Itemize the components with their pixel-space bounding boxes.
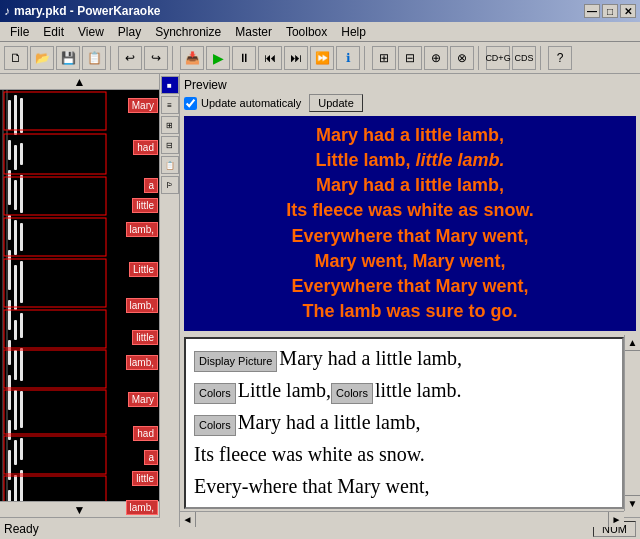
title-bar-controls: — □ ✕ (584, 4, 636, 18)
colors-tag-1[interactable]: Colors (194, 383, 236, 404)
info-button[interactable]: ℹ (336, 46, 360, 70)
btn-d[interactable]: ⊗ (450, 46, 474, 70)
minimize-button[interactable]: — (584, 4, 600, 18)
main-content: ▲ (0, 74, 640, 517)
side-btn-2[interactable]: ≡ (161, 96, 179, 114)
colors-tag-3[interactable]: Colors (194, 415, 236, 436)
text-line-5-content: Every-where that Mary went, (194, 471, 429, 501)
preview-line-5: Everywhere that Mary went, (291, 226, 528, 246)
lyrics-text-editor[interactable]: Display PictureMary had a little lamb, C… (184, 337, 624, 509)
text-line-5: Every-where that Mary went, (194, 471, 614, 501)
text-line-2: ColorsLittle lamb, Colorslittle lamb. (194, 375, 614, 405)
svg-rect-20 (14, 350, 17, 380)
preview-text: Mary had a little lamb, Little lamb, lit… (286, 123, 533, 325)
scroll-down[interactable]: ▼ (625, 495, 640, 511)
text-line-3-content: Mary had a little lamb, (238, 407, 421, 437)
svg-rect-45 (4, 390, 106, 434)
svg-rect-46 (4, 436, 106, 474)
svg-rect-26 (20, 98, 23, 133)
left-panel: ▲ (0, 74, 160, 517)
word-mary: Mary (128, 98, 158, 113)
svg-rect-9 (8, 375, 11, 410)
scroll-up-arrow[interactable]: ▲ (0, 74, 159, 90)
btn-c[interactable]: ⊕ (424, 46, 448, 70)
preview-label: Preview (184, 78, 227, 92)
prev-button[interactable]: ⏭ (284, 46, 308, 70)
svg-rect-31 (20, 313, 23, 338)
auto-update-checkbox[interactable] (184, 97, 197, 110)
right-panel: ■ ≡ ⊞ ⊟ 📋 🏳 Preview Update aut (160, 74, 640, 517)
update-button[interactable]: Update (309, 94, 362, 112)
play-button[interactable]: ▶ (206, 46, 230, 70)
sep4 (478, 46, 482, 70)
next-button[interactable]: ⏩ (310, 46, 334, 70)
side-btn-3[interactable]: ⊞ (161, 116, 179, 134)
text-line-2b-content: little lamb. (375, 375, 462, 405)
svg-rect-10 (8, 420, 11, 440)
menu-file[interactable]: File (4, 23, 35, 41)
svg-rect-28 (20, 175, 23, 213)
preview-line-6: Mary went, Mary went, (314, 251, 505, 271)
v-scrollbar[interactable]: ▲ ▼ (624, 335, 640, 511)
text-line-4-content: Its fleece was white as snow. (194, 439, 425, 469)
svg-rect-41 (4, 218, 106, 256)
stop-button[interactable]: ⏮ (258, 46, 282, 70)
close-button[interactable]: ✕ (620, 4, 636, 18)
svg-rect-15 (14, 145, 17, 170)
word-little1: little (132, 198, 158, 213)
side-btn-6[interactable]: 🏳 (161, 176, 179, 194)
cd-btn2[interactable]: CDS (512, 46, 536, 70)
svg-rect-47 (4, 476, 106, 501)
menu-view[interactable]: View (72, 23, 110, 41)
svg-rect-32 (20, 348, 23, 381)
undo-button[interactable]: ↩ (118, 46, 142, 70)
svg-rect-42 (4, 259, 106, 307)
svg-rect-33 (20, 391, 23, 428)
sep2 (172, 46, 176, 70)
h-scrollbar[interactable]: ◄ ► (180, 511, 624, 527)
help-btn[interactable]: ? (548, 46, 572, 70)
menu-edit[interactable]: Edit (37, 23, 70, 41)
pause-button[interactable]: ⏸ (232, 46, 256, 70)
preview-line-1: Mary had a little lamb, (316, 125, 504, 145)
waveform-display: Mary had a little lamb, Little lamb, lit… (0, 90, 160, 501)
svg-rect-43 (4, 310, 106, 348)
colors-tag-2[interactable]: Colors (331, 383, 373, 404)
svg-rect-4 (8, 170, 11, 205)
cd-btn1[interactable]: CD+G (486, 46, 510, 70)
menu-master[interactable]: Master (229, 23, 278, 41)
preview-display: Mary had a little lamb, Little lamb, lit… (184, 116, 636, 331)
side-btn-4[interactable]: ⊟ (161, 136, 179, 154)
scroll-track (625, 351, 640, 495)
maximize-button[interactable]: □ (602, 4, 618, 18)
sep3 (364, 46, 368, 70)
scroll-up[interactable]: ▲ (625, 335, 640, 351)
svg-rect-3 (8, 140, 11, 160)
svg-rect-27 (20, 143, 23, 165)
save-special-button[interactable]: 📋 (82, 46, 106, 70)
preview-header: Preview (184, 78, 636, 92)
menu-synchronize[interactable]: Synchronize (149, 23, 227, 41)
open-button[interactable]: 📂 (30, 46, 54, 70)
menu-help[interactable]: Help (335, 23, 372, 41)
menu-toolbox[interactable]: Toolbox (280, 23, 333, 41)
side-btn-1[interactable]: ■ (161, 76, 179, 94)
svg-rect-17 (14, 220, 17, 255)
auto-update-text: Update automaticaly (201, 97, 301, 109)
scroll-right[interactable]: ► (608, 512, 624, 528)
sep5 (540, 46, 544, 70)
menu-play[interactable]: Play (112, 23, 147, 41)
redo-button[interactable]: ↪ (144, 46, 168, 70)
side-btn-5[interactable]: 📋 (161, 156, 179, 174)
save-button[interactable]: 💾 (56, 46, 80, 70)
auto-update-label: Update automaticaly (184, 97, 301, 110)
import-button[interactable]: 📥 (180, 46, 204, 70)
word-lamb3: lamb, (126, 355, 158, 370)
btn-a[interactable]: ⊞ (372, 46, 396, 70)
btn-b[interactable]: ⊟ (398, 46, 422, 70)
text-editor-container: ▲ ▼ Display PictureMary had a little lam… (180, 335, 640, 527)
display-picture-tag[interactable]: Display Picture (194, 351, 277, 372)
new-button[interactable]: 🗋 (4, 46, 28, 70)
word-lamb1: lamb, (126, 222, 158, 237)
scroll-left[interactable]: ◄ (180, 512, 196, 528)
